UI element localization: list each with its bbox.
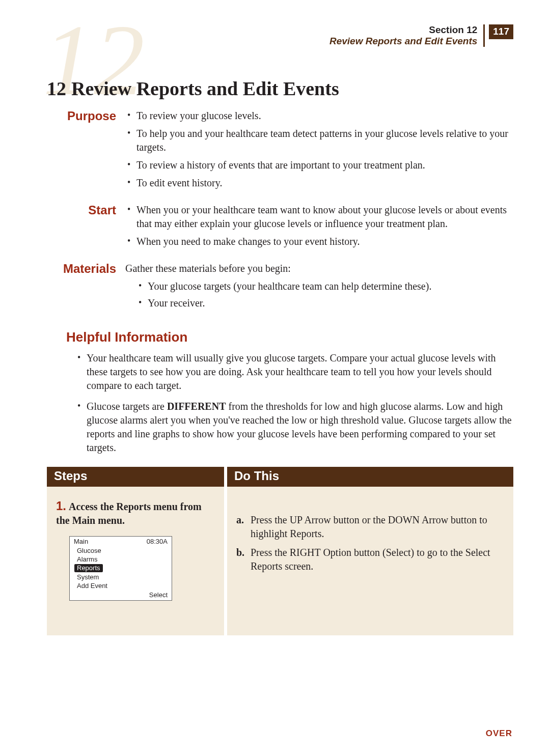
list-item: Glucose targets are DIFFERENT from the t… (75, 400, 513, 455)
device-title: Main (74, 538, 88, 545)
dothis-heading: Do This (227, 467, 513, 487)
device-menu-item: Glucose (70, 546, 172, 555)
materials-list: Your glucose targets (your healthcare te… (136, 279, 513, 310)
helpful-heading: Helpful Information (66, 329, 513, 345)
device-menu-item-selected: Reports (70, 564, 172, 573)
step-1-title: 1. Access the Reports menu from the Main… (56, 498, 215, 527)
materials-label: Materials (47, 262, 125, 313)
dothis-text: Press the UP Arrow button or the DOWN Ar… (251, 514, 487, 539)
section-label: Section 12 (329, 24, 477, 36)
device-menu-item: System (70, 573, 172, 581)
list-item: Your receiver. (136, 296, 513, 310)
helpful-text-bold: DIFFERENT (167, 401, 226, 412)
chapter-title: 12Review Reports and Edit Events (47, 77, 513, 100)
materials-intro: Gather these materials before you begin: (125, 262, 513, 275)
step-number: 1. (56, 499, 66, 513)
list-item: To edit event history. (125, 176, 513, 190)
list-item: Your healthcare team will usually give y… (75, 351, 513, 393)
start-list: When you or your healthcare team want to… (125, 203, 513, 248)
step-text: Access the Reports menu from the Main me… (56, 501, 202, 526)
materials-row: Materials Gather these materials before … (47, 262, 513, 313)
device-menu-item: Add Event (70, 581, 172, 590)
dothis-column: Do This a. Press the UP Arrow button or … (227, 467, 513, 635)
page-number: 117 (489, 24, 513, 39)
list-item: b. Press the RIGHT Option button (Select… (236, 546, 504, 573)
over-indicator: OVER (486, 729, 512, 739)
start-row: Start When you or your healthcare team w… (47, 203, 513, 253)
chapter-number: 12 (47, 78, 66, 99)
purpose-row: Purpose To review your glucose levels. T… (47, 109, 513, 194)
list-item: To review your glucose levels. (125, 109, 513, 123)
helpful-list: Your healthcare team will usually give y… (75, 351, 513, 455)
start-label: Start (47, 203, 125, 253)
chapter-title-text: Review Reports and Edit Events (71, 78, 339, 99)
steps-column: Steps 1. Access the Reports menu from th… (47, 467, 224, 635)
device-screenshot: Main 08:30A Glucose Alarms Reports Syste… (69, 536, 172, 601)
dothis-marker: a. (236, 513, 244, 527)
list-item: When you need to make changes to your ev… (125, 235, 513, 248)
section-subtitle: Review Reports and Edit Events (329, 36, 477, 47)
helpful-text: Your healthcare team will usually give y… (87, 352, 496, 391)
list-item: To review a history of events that are i… (125, 158, 513, 172)
list-item: Your glucose targets (your healthcare te… (136, 279, 513, 293)
device-time: 08:30A (147, 538, 168, 545)
device-menu-item: Alarms (70, 555, 172, 564)
dothis-list: a. Press the UP Arrow button or the DOWN… (236, 513, 504, 573)
list-item: To help you and your healthcare team det… (125, 127, 513, 154)
list-item: When you or your healthcare team want to… (125, 203, 513, 231)
helpful-text-pre: Glucose targets are (87, 401, 167, 412)
device-softkey: Select (70, 590, 172, 600)
dothis-text: Press the RIGHT Option button (Select) t… (251, 547, 490, 572)
dothis-marker: b. (236, 546, 244, 559)
purpose-label: Purpose (47, 109, 125, 194)
steps-area: Steps 1. Access the Reports menu from th… (47, 467, 513, 635)
list-item: a. Press the UP Arrow button or the DOWN… (236, 513, 504, 541)
purpose-list: To review your glucose levels. To help y… (125, 109, 513, 190)
steps-heading: Steps (47, 467, 224, 487)
